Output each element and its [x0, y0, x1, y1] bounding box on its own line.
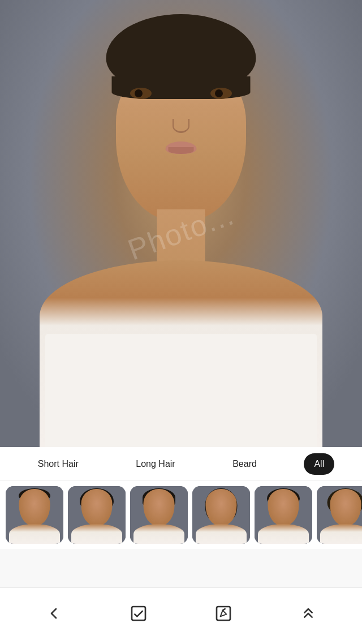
- tab-short-hair[interactable]: Short Hair: [28, 453, 89, 475]
- bottom-navigation: [0, 587, 362, 644]
- edit-button[interactable]: [206, 596, 240, 630]
- filter-tabs-bar: Short Hair Long Hair Beard All: [0, 447, 362, 481]
- thumbnail-3[interactable]: [130, 486, 188, 544]
- thumbnail-6[interactable]: [317, 486, 362, 544]
- nose-overlay: [173, 119, 189, 133]
- spacer-area: [0, 549, 362, 587]
- tab-long-hair[interactable]: Long Hair: [126, 453, 185, 475]
- thumbnail-5[interactable]: [255, 486, 312, 544]
- tab-all[interactable]: All: [304, 453, 334, 475]
- thumbnail-1[interactable]: [6, 486, 63, 544]
- thumbnail-2[interactable]: [68, 486, 126, 544]
- hair-overlay: [106, 14, 256, 88]
- tab-beard[interactable]: Beard: [222, 453, 267, 475]
- right-eye: [210, 88, 232, 99]
- thumbnail-row: [0, 481, 362, 549]
- lips-overlay: [166, 141, 197, 154]
- main-photo: Photo...: [0, 0, 362, 447]
- svg-rect-1: [217, 607, 230, 620]
- eyes-overlay: [130, 88, 232, 99]
- svg-line-2: [223, 609, 225, 611]
- left-eye: [130, 88, 152, 99]
- scroll-up-button[interactable]: [291, 596, 325, 630]
- dress-overlay: [45, 334, 317, 447]
- svg-rect-0: [132, 607, 145, 620]
- thumbnail-4[interactable]: [192, 486, 250, 544]
- confirm-button[interactable]: [122, 596, 156, 630]
- back-button[interactable]: [37, 596, 71, 630]
